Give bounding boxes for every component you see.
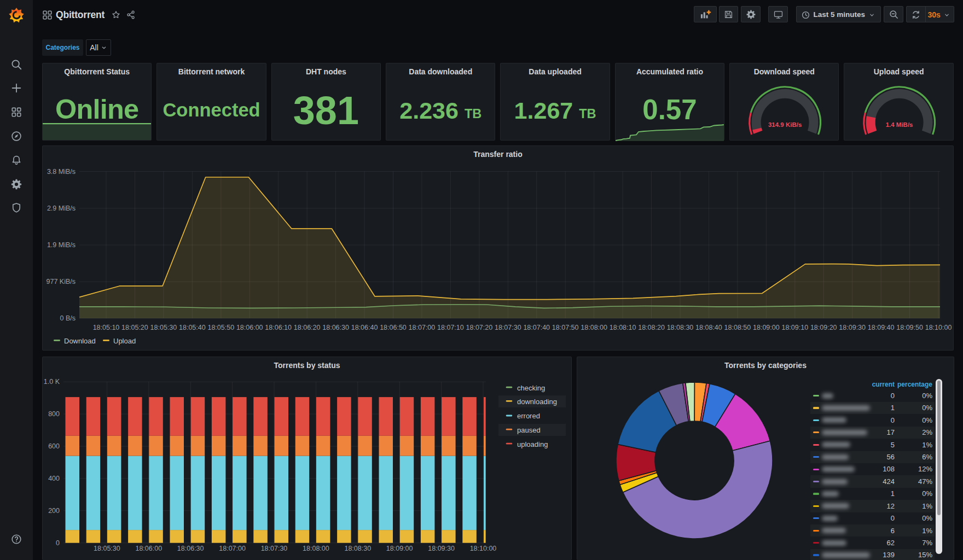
svg-text:977 KiB/s: 977 KiB/s xyxy=(46,278,76,285)
svg-text:18:10:00: 18:10:00 xyxy=(470,545,497,552)
svg-text:0: 0 xyxy=(56,539,60,547)
svg-text:18:05:50: 18:05:50 xyxy=(207,324,234,331)
svg-text:18:09:00: 18:09:00 xyxy=(753,324,780,331)
svg-text:18:06:30: 18:06:30 xyxy=(177,545,204,552)
svg-text:18:05:30: 18:05:30 xyxy=(150,324,177,331)
svg-text:1.0 K: 1.0 K xyxy=(44,378,60,386)
svg-text:paused: paused xyxy=(517,426,541,434)
svg-text:0 B/s: 0 B/s xyxy=(60,314,76,322)
svg-text:18:06:00: 18:06:00 xyxy=(236,324,263,331)
svg-text:18:05:30: 18:05:30 xyxy=(94,545,120,552)
svg-text:18:08:30: 18:08:30 xyxy=(344,545,371,552)
svg-text:18:08:00: 18:08:00 xyxy=(581,324,607,331)
svg-text:3.8 MiB/s: 3.8 MiB/s xyxy=(47,168,76,176)
svg-text:600: 600 xyxy=(48,442,60,450)
svg-text:800: 800 xyxy=(48,410,60,418)
svg-text:200: 200 xyxy=(48,507,60,515)
svg-text:18:06:40: 18:06:40 xyxy=(351,324,378,331)
svg-text:Upload: Upload xyxy=(113,337,136,345)
svg-text:18:09:10: 18:09:10 xyxy=(781,324,808,331)
svg-text:2.9 MiB/s: 2.9 MiB/s xyxy=(47,205,76,212)
svg-text:18:07:40: 18:07:40 xyxy=(523,324,550,331)
svg-text:18:06:50: 18:06:50 xyxy=(380,324,407,331)
svg-text:18:07:30: 18:07:30 xyxy=(495,324,521,331)
svg-text:18:05:10: 18:05:10 xyxy=(93,324,120,331)
svg-text:18:07:30: 18:07:30 xyxy=(261,545,288,552)
svg-text:1.9 MiB/s: 1.9 MiB/s xyxy=(47,241,76,249)
svg-text:18:09:20: 18:09:20 xyxy=(810,324,837,331)
svg-text:400: 400 xyxy=(48,475,60,482)
svg-text:18:09:30: 18:09:30 xyxy=(428,545,455,552)
svg-text:18:08:20: 18:08:20 xyxy=(638,324,665,331)
svg-text:errored: errored xyxy=(517,412,540,420)
svg-text:1.4 MiB/s: 1.4 MiB/s xyxy=(886,121,913,128)
svg-text:18:06:20: 18:06:20 xyxy=(294,324,321,331)
svg-text:18:07:10: 18:07:10 xyxy=(437,324,464,331)
svg-text:18:08:50: 18:08:50 xyxy=(724,324,751,331)
svg-text:uploading: uploading xyxy=(517,440,548,448)
svg-text:18:09:30: 18:09:30 xyxy=(839,324,866,331)
svg-text:downloading: downloading xyxy=(517,398,557,406)
svg-text:18:08:30: 18:08:30 xyxy=(667,324,694,331)
svg-text:18:10:00: 18:10:00 xyxy=(925,324,952,331)
svg-text:18:09:40: 18:09:40 xyxy=(868,324,895,331)
svg-text:18:09:50: 18:09:50 xyxy=(896,324,923,331)
svg-text:314.9 KiB/s: 314.9 KiB/s xyxy=(768,121,802,128)
svg-text:18:07:00: 18:07:00 xyxy=(219,545,246,552)
svg-text:18:07:20: 18:07:20 xyxy=(466,324,493,331)
svg-text:18:09:00: 18:09:00 xyxy=(386,545,413,552)
svg-text:18:08:40: 18:08:40 xyxy=(695,324,722,331)
svg-text:18:06:30: 18:06:30 xyxy=(322,324,349,331)
svg-text:18:06:10: 18:06:10 xyxy=(265,324,292,331)
svg-text:18:07:00: 18:07:00 xyxy=(409,324,436,331)
svg-text:18:07:50: 18:07:50 xyxy=(552,324,579,331)
svg-text:18:05:20: 18:05:20 xyxy=(121,324,148,331)
svg-text:18:08:10: 18:08:10 xyxy=(610,324,636,331)
svg-text:18:08:00: 18:08:00 xyxy=(303,545,329,552)
svg-text:Download: Download xyxy=(64,337,96,345)
svg-text:18:06:00: 18:06:00 xyxy=(135,545,162,552)
svg-text:checking: checking xyxy=(517,384,545,392)
svg-text:18:05:40: 18:05:40 xyxy=(179,324,206,331)
